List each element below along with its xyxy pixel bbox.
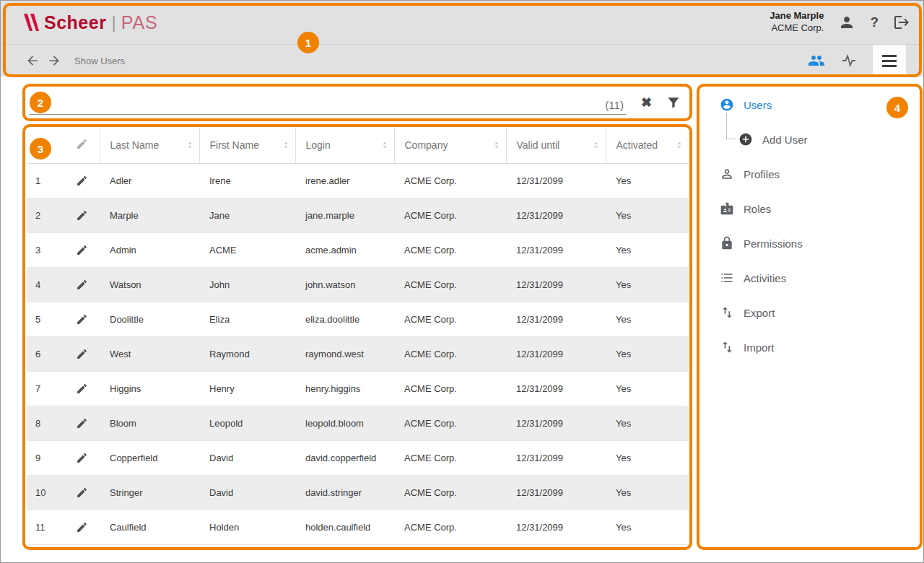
cell-last-name: Adler: [100, 163, 199, 198]
cell-last-name: Caulfield: [100, 510, 199, 544]
sort-icon[interactable]: [591, 140, 601, 150]
cell-valid-until: 12/31/2099: [506, 440, 606, 475]
cell-valid-until: 12/31/2099: [506, 198, 606, 232]
column-header-index: [27, 127, 66, 163]
cell-last-name: Marple: [100, 198, 199, 232]
sidebar-item-roles[interactable]: Roles: [701, 191, 922, 226]
edit-row-button[interactable]: [76, 417, 88, 429]
user-icon[interactable]: [838, 14, 855, 31]
sidebar-item-activities[interactable]: Activities: [701, 261, 922, 295]
cell-last-name: Doolittle: [100, 302, 199, 336]
cell-company: ACME Corp.: [394, 440, 506, 475]
row-number: 7: [27, 371, 66, 406]
sidebar-item-permissions[interactable]: Permissions: [701, 226, 922, 261]
cell-valid-until: 12/31/2099: [506, 267, 606, 302]
add-circle-icon: [738, 132, 753, 147]
sidebar-item-add-user[interactable]: Add User: [701, 122, 922, 157]
cell-valid-until: 12/31/2099: [506, 510, 606, 544]
cell-login: holden.caulfield: [295, 510, 394, 544]
table-row: 1 Adler Irene irene.adler ACME Corp. 12/…: [27, 163, 689, 198]
edit-row-button[interactable]: [76, 244, 88, 256]
edit-icon: [76, 521, 88, 533]
cell-company: ACME Corp.: [394, 302, 506, 336]
cell-activated: Yes: [606, 406, 689, 440]
cell-company: ACME Corp.: [394, 267, 506, 302]
sort-icon[interactable]: [674, 140, 684, 150]
row-edit-cell: [66, 302, 100, 336]
user-name: Jane Marple: [770, 10, 824, 22]
cell-valid-until: 12/31/2099: [506, 406, 606, 440]
edit-row-button[interactable]: [76, 209, 88, 222]
clear-filter-icon[interactable]: ✖: [641, 96, 652, 109]
edit-row-button[interactable]: [76, 279, 88, 291]
row-number: 6: [27, 336, 66, 371]
edit-icon: [76, 313, 88, 326]
edit-icon: [76, 383, 88, 395]
column-header-company[interactable]: Company: [394, 127, 506, 163]
column-header-login[interactable]: Login: [295, 127, 394, 163]
row-edit-cell: [66, 267, 100, 302]
filter-input[interactable]: [30, 100, 605, 111]
edit-row-button[interactable]: [76, 383, 88, 395]
brand-text: Scheer: [44, 12, 106, 33]
sort-icon[interactable]: [185, 140, 195, 150]
badge-icon: [720, 201, 734, 216]
user-info: Jane Marple ACME Corp.: [770, 10, 824, 35]
logout-icon[interactable]: [893, 14, 910, 31]
sidebar-item-import[interactable]: Import: [701, 330, 922, 365]
cell-login: john.watson: [295, 267, 394, 302]
row-edit-cell: [66, 232, 100, 267]
column-header-activated[interactable]: Activated: [606, 127, 689, 163]
person-outline-icon: [720, 167, 734, 181]
cell-company: ACME Corp.: [394, 232, 506, 267]
sidebar-item-profiles[interactable]: Profiles: [701, 157, 922, 191]
cell-login: eliza.doolittle: [295, 302, 394, 336]
edit-row-button[interactable]: [76, 452, 88, 464]
cell-activated: Yes: [606, 267, 689, 302]
filter-bar: (11) ✖: [30, 89, 681, 116]
scheer-logo-mark: [22, 12, 40, 32]
cell-last-name: Admin: [100, 232, 199, 267]
table-row: 3 Admin ACME acme.admin ACME Corp. 12/31…: [27, 232, 689, 267]
cell-first-name: Holden: [199, 510, 295, 544]
edit-icon: [76, 209, 88, 222]
cell-activated: Yes: [606, 232, 689, 267]
help-icon[interactable]: ?: [870, 14, 879, 30]
users-group-icon[interactable]: [808, 52, 825, 69]
activity-pulse-icon[interactable]: [841, 53, 857, 69]
edit-row-button[interactable]: [76, 175, 88, 187]
list-icon: [720, 271, 734, 285]
sidebar-item-export[interactable]: Export: [701, 295, 922, 330]
table-header-row: Last Name First Name Login Company: [27, 127, 689, 163]
cell-company: ACME Corp.: [394, 371, 506, 406]
table-row: 8 Bloom Leopold leopold.bloom ACME Corp.…: [27, 406, 689, 440]
sort-icon[interactable]: [492, 140, 502, 150]
cell-company: ACME Corp.: [394, 406, 506, 440]
cell-login: leopold.bloom: [295, 406, 394, 440]
edit-row-button[interactable]: [76, 521, 88, 533]
edit-row-button[interactable]: [76, 486, 88, 499]
cell-last-name: Higgins: [100, 371, 199, 406]
filter-funnel-icon[interactable]: [666, 95, 681, 110]
cell-activated: Yes: [606, 510, 689, 544]
column-header-last-name[interactable]: Last Name: [100, 127, 199, 163]
edit-row-button[interactable]: [76, 348, 88, 360]
user-area: Jane Marple ACME Corp. ?: [770, 10, 910, 35]
table-row: 9 Copperfield David david.copperfield AC…: [27, 440, 689, 475]
table-row: 2 Marple Jane jane.marple ACME Corp. 12/…: [27, 198, 689, 232]
sort-icon[interactable]: [281, 140, 291, 150]
edit-row-button[interactable]: [76, 313, 88, 326]
cell-first-name: Raymond: [199, 336, 295, 371]
sort-icon[interactable]: [380, 140, 390, 150]
cell-login: henry.higgins: [295, 371, 394, 406]
back-icon[interactable]: [25, 53, 40, 68]
column-header-valid-until[interactable]: Valid until: [506, 127, 606, 163]
cell-first-name: Leopold: [199, 406, 295, 440]
menu-button[interactable]: [873, 45, 906, 77]
product-text: PAS: [121, 12, 158, 33]
tree-connector: [726, 113, 736, 139]
forward-icon[interactable]: [47, 53, 61, 68]
cell-first-name: ACME: [199, 232, 295, 267]
edit-icon: [76, 175, 88, 187]
column-header-first-name[interactable]: First Name: [199, 127, 295, 163]
